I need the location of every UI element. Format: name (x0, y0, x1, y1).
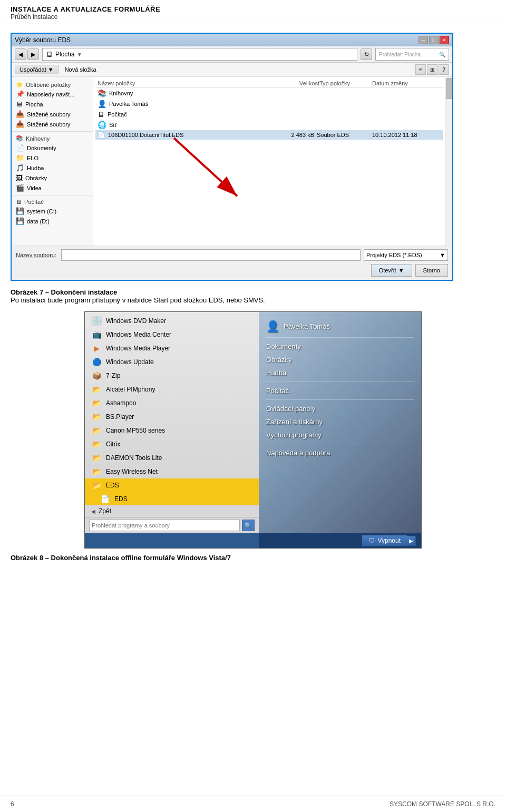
file-eds-size: 2 483 kB (272, 132, 314, 138)
sidebar-item-downloads1[interactable]: 📥 Stažené soubory (12, 109, 93, 119)
sidebar-item-datad[interactable]: 💾 data (D:) (12, 216, 93, 226)
dialog-title: Výběr souboru EDS (15, 36, 71, 44)
sm-item-canon[interactable]: 📂 Canon MP550 series (85, 424, 259, 437)
sm-item-windows-update[interactable]: 🔵 Windows Update (85, 355, 259, 369)
sidebar-item-recent[interactable]: 📌 Naposledy navšt... (12, 89, 93, 99)
sidebar-item-videos[interactable]: 🎬 Videa (12, 183, 93, 193)
path-bar[interactable]: 🖥 Plocha ▼ (42, 48, 357, 61)
col-date-header[interactable]: Datum změny (372, 80, 441, 86)
sm-item-bsplayer[interactable]: 📂 BS.Player (85, 410, 259, 424)
page-subtitle: Průběh instalace (11, 13, 495, 21)
libraries-header: 📚 Knihovny (12, 134, 93, 143)
sm-right-obrazky[interactable]: Obrázky (266, 353, 414, 366)
folder-item-sit[interactable]: 🌐 Síť (95, 120, 443, 130)
start-menu-screenshot: 💿 Windows DVD Maker 📺 Windows Media Cent… (84, 311, 422, 549)
sm-right-dokumenty[interactable]: Dokumenty (266, 340, 414, 353)
folder-item-pavelka[interactable]: 👤 Pavelka Tomáš (95, 99, 443, 109)
help-view-button[interactable]: ? (439, 64, 449, 75)
folder-knihovny-icon: 📚 (98, 89, 106, 97)
sm-right-ovladaci[interactable]: Ovládací panely (266, 402, 414, 415)
shutdown-button[interactable]: 🛡 Vypnout (362, 535, 407, 546)
sm-item-dvd-maker[interactable]: 💿 Windows DVD Maker (85, 314, 259, 328)
organize-button[interactable]: Uspořádat ▼ (15, 65, 59, 74)
path-dropdown-arrow[interactable]: ▼ (77, 52, 82, 57)
filetype-dropdown[interactable]: Projekty EDS (*.EDS) ▼ (364, 249, 448, 261)
sm-item-media-center[interactable]: 📺 Windows Media Center (85, 328, 259, 341)
sm-item-media-player[interactable]: ▶ Windows Media Player (85, 341, 259, 355)
shutdown-arrow-button[interactable]: ▶ (407, 536, 416, 546)
back-nav-button[interactable]: ◀ (15, 48, 26, 60)
dialog-bottom: Název souboru: Projekty EDS (*.EDS) ▼ Ot… (12, 246, 452, 280)
new-folder-button[interactable]: Nová složka (63, 65, 99, 74)
scrollbar-thumb[interactable] (446, 78, 452, 99)
search-bar[interactable]: Prohledat: Plocha 🔍 (375, 48, 449, 61)
close-button[interactable]: ✕ (440, 36, 449, 44)
sidebar-item-systemc[interactable]: 💾 system (C:) (12, 206, 93, 216)
column-headers: Název položky Velikost Typ položky Datum… (95, 79, 443, 88)
open-button[interactable]: Otevřít ▼ (371, 264, 412, 277)
open-dropdown-arrow: ▼ (398, 267, 404, 273)
start-menu-search-button[interactable]: 🔍 (242, 520, 255, 531)
ashampoo-icon: 📂 (91, 398, 102, 408)
library-icon: 📚 (16, 135, 23, 142)
sidebar-item-music[interactable]: 🎵 Hudba (12, 163, 93, 173)
forward-nav-button[interactable]: ▶ (27, 48, 39, 60)
computer-header: 🖥 Počítač (12, 198, 93, 206)
page-title: INSTALACE A AKTUALIZACE FORMULÁŘE (11, 5, 495, 13)
sidebar-item-pictures[interactable]: 🖼 Obrázky (12, 173, 93, 183)
start-menu-search-input[interactable] (89, 520, 240, 531)
file-dialog-container: Výběr souboru EDS ─ □ ✕ ◀ ▶ 🖥 Plocha ▼ (11, 33, 453, 281)
sm-right-vychozi[interactable]: Výchozí programy (266, 428, 414, 442)
windows-update-icon: 🔵 (91, 357, 102, 367)
sm-item-citrix[interactable]: 📂 Citrix (85, 437, 259, 451)
col-name-header[interactable]: Název položky (98, 80, 277, 86)
sm-item-eds-folder[interactable]: 📂 EDS (85, 478, 259, 492)
sm-right-pavelka[interactable]: 👤 Pavelka Tomáš (266, 317, 414, 335)
col-size-header[interactable]: Velikost (277, 80, 319, 86)
back-button-label[interactable]: Zpět (99, 507, 111, 515)
sm-right-pocitac[interactable]: Počítač (266, 384, 414, 397)
drive-c-icon: 💾 (16, 207, 24, 215)
filename-row: Název souboru: Projekty EDS (*.EDS) ▼ (16, 249, 448, 261)
minimize-button[interactable]: ─ (419, 36, 428, 44)
new-folder-label: Nová složka (65, 66, 96, 73)
folder-pavelka-icon: 👤 (98, 100, 106, 108)
media-player-icon: ▶ (91, 343, 102, 354)
sidebar-item-downloads2[interactable]: 📥 Stažené soubory (12, 119, 93, 129)
dialog-action-buttons: Otevřít ▼ Storno (16, 264, 448, 277)
sm-item-ashampoo[interactable]: 📂 Ashampoo (85, 396, 259, 410)
sidebar-item-elo[interactable]: 📁 ELO (12, 153, 93, 163)
path-text: Plocha (55, 51, 75, 58)
daemon-icon: 📂 (91, 453, 102, 463)
maximize-button[interactable]: □ (429, 36, 439, 44)
sm-right-hudba[interactable]: Hudba (266, 366, 414, 379)
sidebar-item-documents[interactable]: 📄 Dokumenty (12, 143, 93, 153)
back-arrow: ◀ (91, 508, 95, 514)
sm-right-napoveda[interactable]: Nápověda a podpora (266, 446, 414, 459)
filename-input[interactable] (61, 249, 361, 261)
sm-item-7zip[interactable]: 📦 7-Zip (85, 369, 259, 383)
file-eds-icon: 📄 (98, 131, 105, 139)
dialog-scrollbar[interactable] (445, 77, 452, 246)
sm-item-daemon[interactable]: 📂 DAEMON Tools Lite (85, 451, 259, 465)
col-type-header[interactable]: Typ položky (319, 80, 372, 86)
back-button-row: ◀ Zpět (85, 505, 259, 517)
folder-item-pocitac[interactable]: 🖥 Počítač (95, 109, 443, 120)
favorites-header: ⭐ Oblíbené položky (12, 80, 93, 89)
sm-item-alcatel[interactable]: 📂 Alcatel PIMphony (85, 383, 259, 396)
cancel-button[interactable]: Storno (415, 264, 448, 277)
nav-toolbar: ◀ ▶ 🖥 Plocha ▼ ↻ Prohledat: Plocha 🔍 (12, 46, 452, 63)
sm-right-zarizeni[interactable]: Zařízení a tiskárny (266, 415, 414, 428)
refresh-button[interactable]: ↻ (361, 48, 372, 60)
view-details-button[interactable]: ≡ (415, 64, 426, 75)
sm-item-easywireless[interactable]: 📂 Easy Wireless Net (85, 465, 259, 478)
file-row-eds[interactable]: 📄 106D01100.DotacniTitul.EDS 2 483 kB So… (95, 130, 443, 140)
right-separator-3 (266, 399, 414, 400)
view-large-button[interactable]: ⊞ (427, 64, 437, 75)
sm-item-eds-app[interactable]: 📄 EDS (85, 492, 259, 505)
citrix-icon: 📂 (91, 439, 102, 449)
sidebar-item-desktop[interactable]: 🖥 Plocha (12, 99, 93, 109)
start-menu-left-panel: 💿 Windows DVD Maker 📺 Windows Media Cent… (85, 312, 259, 533)
folder-item-knihovny[interactable]: 📚 Knihovny (95, 88, 443, 99)
right-separator-2 (266, 381, 414, 382)
